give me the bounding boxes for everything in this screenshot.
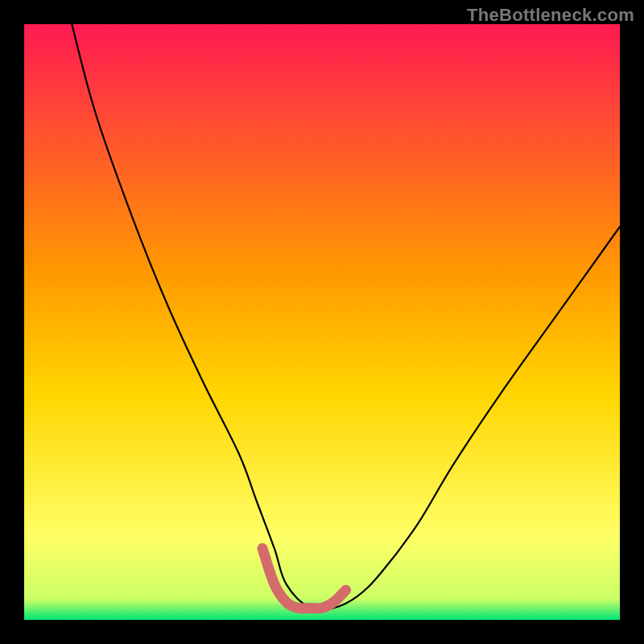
chart-svg <box>24 24 620 620</box>
bottleneck-curve-plot <box>24 24 620 620</box>
chart-container: TheBottleneck.com <box>0 0 644 644</box>
watermark-label: TheBottleneck.com <box>467 5 634 26</box>
gradient-background <box>24 24 620 620</box>
